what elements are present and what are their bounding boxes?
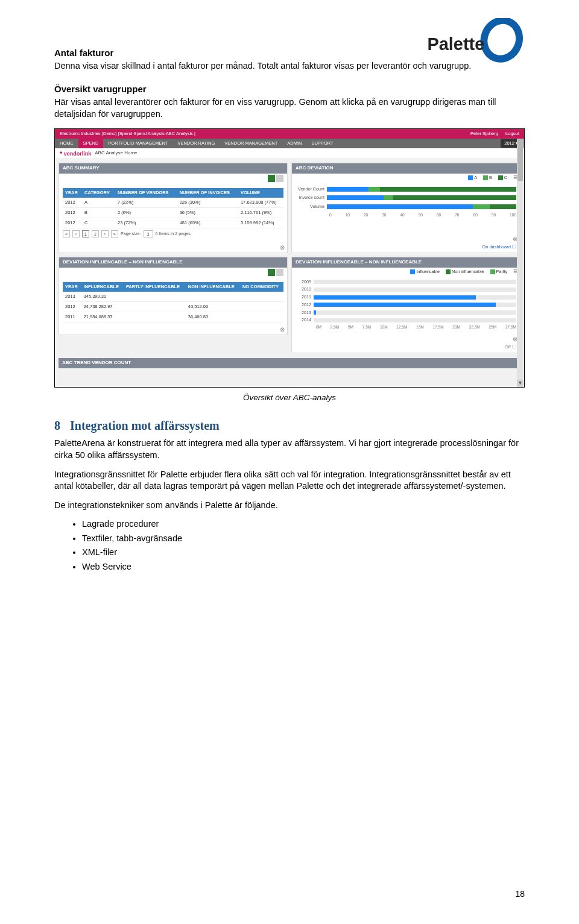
- table-row[interactable]: 201121,984,688.5336,460.80: [63, 312, 283, 322]
- scroll-thumb[interactable]: [517, 139, 523, 181]
- abc-deviation-chart: Vendor CountInvoice countVolume010203040…: [292, 182, 520, 222]
- heading-oversikt-varugrupper: Översikt varugrupper: [54, 83, 525, 95]
- excel-icon[interactable]: [268, 175, 275, 182]
- tab-portfolio[interactable]: PORTFOLIO MANAGEMENT: [103, 139, 172, 148]
- integration-bullets: Lagrade procedurerTextfiler, tabb-avgrän…: [82, 518, 525, 573]
- abc-deviation-title: ABC DEVIATION: [292, 163, 520, 174]
- abc-analysis-screenshot: Electronic Industries (Demo) |Spend·Spen…: [54, 128, 525, 388]
- chart-row-label: 2013: [296, 310, 314, 316]
- chart-row-label: 2014: [296, 317, 314, 323]
- dev-chart: 2009201020112012201320140M2,5M5M7,5M10M1…: [292, 276, 520, 334]
- breadcrumb: Electronic Industries (Demo) |Spend·Spen…: [60, 129, 195, 139]
- table-header[interactable]: INFLUENCABLE: [81, 282, 124, 292]
- tab-admin[interactable]: ADMIN: [282, 139, 306, 148]
- table-header[interactable]: NUMBER OF VENDORS: [115, 188, 177, 198]
- pager-prev[interactable]: ‹: [72, 230, 80, 237]
- dev-table: YEARINFLUENCABLEPARTLY INFLUENCABLENON I…: [63, 282, 283, 323]
- dev-table-panel: DEVIATION INFLUENCABLE – NON INFLUENCABL…: [59, 257, 288, 335]
- chart-bar: [314, 310, 516, 315]
- tab-home[interactable]: HOME: [55, 139, 78, 148]
- chart-bar: [327, 195, 516, 200]
- export-icon[interactable]: [276, 269, 283, 276]
- scroll-down-icon[interactable]: ▼: [517, 380, 524, 387]
- integration-p1: PaletteArena är konstruerat för att inte…: [54, 438, 525, 461]
- excel-icon[interactable]: [268, 269, 275, 276]
- table-header[interactable]: NUMBER OF INVOICES: [177, 188, 238, 198]
- table-header[interactable]: NON INFLUENCABLE: [186, 282, 240, 292]
- dev-chart-title: DEVIATION INFLUENCEABLE – NON INFLUENCEA…: [292, 257, 520, 268]
- page-size-label: Page size:: [121, 231, 141, 237]
- user-name[interactable]: Peter Sjoberg: [470, 131, 498, 136]
- list-item: XML-filer: [82, 547, 525, 559]
- chart-bar: [314, 280, 516, 284]
- page-size-value[interactable]: 3: [144, 230, 153, 237]
- chart-bar: [314, 318, 516, 322]
- chart-bar: [327, 187, 516, 192]
- chart-row-label: Invoice count: [296, 195, 327, 201]
- tab-vendor-mgmt[interactable]: VENDOR MANAGEMENT: [220, 139, 282, 148]
- heading-integration: 8Integration mot affärssystem: [54, 418, 525, 434]
- scrollbar[interactable]: ▲ ▼: [517, 139, 524, 387]
- pager-first[interactable]: «: [63, 230, 70, 237]
- chart-row-label: Volume: [296, 204, 327, 210]
- table-header[interactable]: YEAR: [63, 282, 81, 292]
- tab-support[interactable]: SUPPORT: [306, 139, 338, 148]
- svg-point-0: [479, 18, 525, 64]
- pager[interactable]: « ‹ 1 2 › » Page size: 3 6 items in 2 pa…: [63, 230, 283, 237]
- table-row[interactable]: 2013345,390.30: [63, 292, 283, 302]
- page-crumb: ♥ vendorlink ABC Analyse Home: [55, 148, 524, 159]
- abc-dev-legend: A B C ≡: [292, 174, 520, 182]
- pager-2[interactable]: 2: [92, 230, 99, 237]
- chart-bar: [314, 303, 516, 307]
- close-icon[interactable]: ⊗: [280, 244, 285, 252]
- cut-panel-title: ABC TREND VENDOR COUNT: [59, 358, 520, 368]
- table-header[interactable]: CATEGORY: [82, 188, 115, 198]
- body-oversikt-varugrupper: Här visas antal leverantörer och fakturo…: [54, 96, 525, 120]
- integration-p3: De integrationstekniker som används i Pa…: [54, 500, 525, 512]
- main-nav: HOME SPEND PORTFOLIO MANAGEMENT VENDOR R…: [55, 139, 524, 148]
- list-item: Web Service: [82, 561, 525, 573]
- list-item: Lagrade procedurer: [82, 518, 525, 530]
- pager-last[interactable]: »: [111, 230, 118, 237]
- chart-bar: [314, 295, 516, 300]
- tab-vendor-rating[interactable]: VENDOR RATING: [172, 139, 220, 148]
- on-dashboard-toggle[interactable]: On dashboard ☐: [482, 244, 516, 250]
- app-titlebar: Electronic Industries (Demo) |Spend·Spen…: [55, 129, 524, 139]
- list-item: Textfiler, tabb-avgränsade: [82, 533, 525, 545]
- table-row[interactable]: 2012A7 (22%)226 (30%)17.623.808 (77%): [63, 198, 283, 208]
- chart-row-label: 2012: [296, 302, 314, 308]
- export-icon[interactable]: [276, 175, 283, 182]
- export-icons[interactable]: [59, 174, 287, 186]
- heart-icon: ♥: [60, 150, 63, 157]
- tab-spend[interactable]: SPEND: [78, 139, 104, 148]
- export-icons[interactable]: [59, 268, 287, 280]
- chart-row-label: Vendor Count: [296, 186, 327, 192]
- table-header[interactable]: YEAR: [63, 188, 82, 198]
- table-row[interactable]: 2012B2 (6%)36 (5%)2.116.761 (9%): [63, 208, 283, 218]
- abc-deviation-panel: ABC DEVIATION A B C ≡ Vendor CountInvoic…: [291, 163, 520, 253]
- dev-table-title: DEVIATION INFLUENCABLE – NON INFLUENCABL…: [59, 257, 287, 268]
- vendorlink-logo: vendorlink: [64, 150, 92, 157]
- table-header[interactable]: PARTLY INFLUENCABLE: [124, 282, 186, 292]
- abc-summary-title: ABC SUMMARY: [59, 163, 287, 174]
- dev-chart-legend: Influencable Non influencable Partly ≡: [292, 268, 520, 276]
- chart-bar: [314, 288, 516, 292]
- integration-p2: Integrationsgränssnittet för Palette erb…: [54, 469, 525, 492]
- chart-row-label: 2010: [296, 286, 314, 292]
- pager-next[interactable]: ›: [101, 230, 109, 237]
- abc-summary-panel: ABC SUMMARY YEARCATEGORYNUMBER OF VENDOR…: [59, 163, 288, 253]
- close-icon[interactable]: ⊗: [280, 325, 285, 334]
- page-title: ABC Analyse Home: [95, 150, 137, 157]
- svg-text:Palette: Palette: [428, 34, 485, 54]
- chart-row-label: 2009: [296, 279, 314, 285]
- table-row[interactable]: 201224,738,282.9740,512.00: [63, 302, 283, 312]
- palette-logo: Palette: [422, 18, 525, 70]
- table-header[interactable]: NO COMMODITY: [240, 282, 283, 292]
- table-header[interactable]: VOLUME: [238, 188, 283, 198]
- off-dashboard-toggle[interactable]: Off ☐: [505, 344, 516, 350]
- pager-info: 6 items in 2 pages: [156, 231, 191, 237]
- pager-1[interactable]: 1: [82, 230, 89, 237]
- logout-link[interactable]: Logout: [505, 131, 519, 136]
- abc-summary-table: YEARCATEGORYNUMBER OF VENDORSNUMBER OF I…: [63, 188, 283, 229]
- table-row[interactable]: 2012C23 (72%)481 (65%)3.159.982 (14%): [63, 218, 283, 228]
